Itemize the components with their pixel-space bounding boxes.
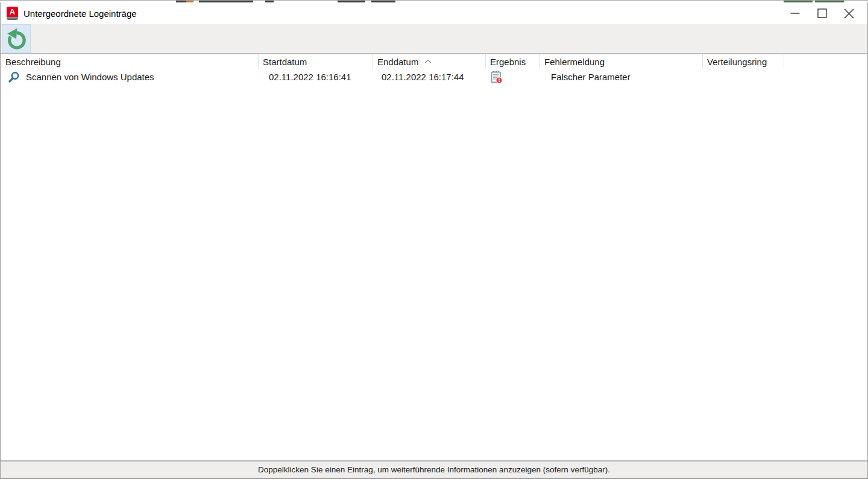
- column-header-startdatum[interactable]: Startdatum: [259, 54, 373, 69]
- maximize-button[interactable]: [808, 2, 835, 24]
- column-label: Fehlermeldung: [544, 57, 605, 67]
- close-button[interactable]: [835, 2, 863, 24]
- table-header: Beschreibung Startdatum Enddatum Ergebni…: [1, 54, 867, 69]
- list-empty-area: [1, 85, 867, 460]
- column-label: Enddatum: [377, 57, 418, 67]
- column-label: Verteilungsring: [707, 57, 767, 67]
- table-row[interactable]: Scannen von Windows Updates 02.11.2022 1…: [1, 69, 867, 85]
- maximize-icon: [817, 8, 827, 18]
- log-entries-dialog: A Untergeordnete Logeinträge: [0, 2, 868, 479]
- column-label: Ergebnis: [490, 57, 526, 67]
- column-label: Startdatum: [263, 57, 307, 67]
- column-label: Beschreibung: [5, 57, 61, 67]
- column-header-verteilungsring[interactable]: Verteilungsring: [703, 54, 784, 69]
- cell-enddatum: 02.11.2022 16:17:44: [373, 72, 486, 82]
- magnifier-icon: [8, 71, 20, 83]
- cell-fehlermeldung: Falscher Parameter: [540, 72, 703, 82]
- statusbar-hint: Doppelklicken Sie einen Eintrag, um weit…: [258, 465, 610, 474]
- row-description: Scannen von Windows Updates: [26, 72, 154, 82]
- close-icon: [844, 8, 854, 19]
- log-error-icon: [490, 70, 503, 84]
- column-header-beschreibung[interactable]: Beschreibung: [1, 54, 259, 69]
- titlebar: A Untergeordnete Logeinträge: [1, 2, 867, 24]
- minimize-icon: [790, 8, 800, 18]
- avira-icon: A: [7, 7, 18, 20]
- minimize-button[interactable]: [781, 2, 808, 24]
- statusbar: Doppelklicken Sie einen Eintrag, um weit…: [1, 460, 867, 478]
- refresh-icon: [4, 26, 29, 51]
- column-header-filler: [784, 54, 867, 69]
- column-header-fehlermeldung[interactable]: Fehlermeldung: [540, 54, 703, 69]
- cell-ergebnis: [486, 70, 540, 84]
- toolbar: [1, 24, 867, 54]
- chevron-up-icon: [424, 59, 432, 64]
- column-header-enddatum[interactable]: Enddatum: [373, 54, 486, 69]
- cell-startdatum: 02.11.2022 16:16:41: [259, 72, 373, 82]
- column-header-ergebnis[interactable]: Ergebnis: [486, 54, 540, 69]
- cell-beschreibung: Scannen von Windows Updates: [1, 71, 259, 83]
- refresh-button[interactable]: [2, 24, 31, 53]
- window-controls: [781, 2, 863, 24]
- window-title: Untergeordnete Logeinträge: [24, 8, 137, 19]
